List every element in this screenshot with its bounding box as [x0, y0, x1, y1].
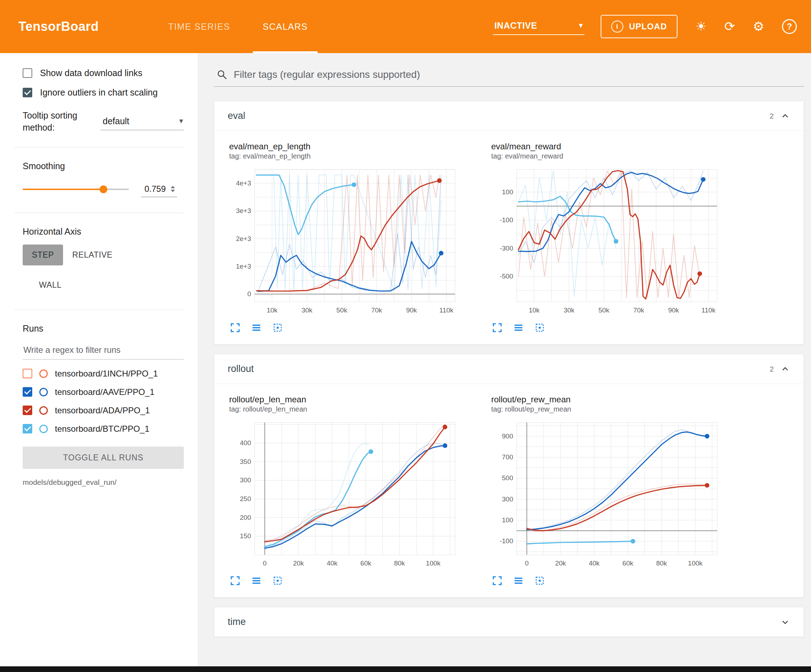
svg-text:110k: 110k	[439, 306, 454, 314]
toggle-all-runs-button[interactable]: TOGGLE ALL RUNS	[23, 447, 184, 469]
chart-svg[interactable]: 020k40k60k80k100k-100100300500700900	[489, 418, 722, 571]
run-color-circle-icon	[39, 369, 48, 378]
smoothing-value: 0.759	[144, 184, 166, 194]
section-rollout-header[interactable]: rollout 2	[214, 354, 804, 384]
brightness-icon[interactable]: ☀	[695, 20, 706, 33]
settings-gear-icon[interactable]: ⚙	[753, 20, 764, 33]
status-dropdown[interactable]: INACTIVE ▾	[493, 19, 584, 35]
axis-step-button[interactable]: STEP	[23, 245, 63, 266]
runs-filter-input[interactable]	[23, 342, 184, 359]
chart-svg[interactable]: 10k30k50k70k90k110k01e+32e+33e+34e+3	[226, 165, 460, 318]
tag-filter-input[interactable]	[233, 69, 803, 81]
chart-svg[interactable]: 020k40k60k80k100k150200250300350400	[226, 418, 460, 571]
data-table-icon[interactable]	[513, 576, 524, 586]
divider	[14, 310, 184, 310]
fit-domain-icon[interactable]	[534, 322, 545, 333]
help-icon[interactable]: ?	[782, 19, 797, 34]
stepper-arrows-icon[interactable]	[171, 186, 175, 192]
svg-text:200: 200	[240, 514, 251, 521]
section-time-header[interactable]: time	[214, 607, 804, 636]
run-row-btc[interactable]: tensorboard/BTC/PPO_1	[23, 424, 184, 434]
line-chart[interactable]: 020k40k60k80k100k-100100300500700900	[489, 418, 722, 571]
chart-card-ep-rew-mean: rollout/ep_rew_mean tag: rollout/ep_rew_…	[486, 392, 734, 586]
run-row-ada[interactable]: tensorboard/ADA/PPO_1	[23, 406, 184, 415]
checkbox-icon[interactable]	[23, 68, 32, 78]
smoothing-slider[interactable]	[23, 185, 129, 194]
expand-chart-icon[interactable]	[492, 576, 502, 586]
data-table-icon[interactable]	[251, 322, 262, 333]
data-table-icon[interactable]	[513, 322, 524, 333]
svg-text:30k: 30k	[301, 306, 312, 314]
runs-label: Runs	[23, 323, 184, 334]
data-table-icon[interactable]	[251, 576, 262, 586]
section-title: time	[228, 616, 246, 627]
section-eval: eval 2 eval/mean_ep_length tag: eval/mea…	[214, 101, 804, 345]
show-download-links-row[interactable]: Show data download links	[23, 68, 184, 78]
svg-text:50k: 50k	[599, 306, 609, 314]
header-actions: INACTIVE ▾ i UPLOAD ☀ ⟳ ⚙ ?	[493, 15, 797, 38]
svg-text:100k: 100k	[688, 559, 703, 567]
line-chart[interactable]: 020k40k60k80k100k150200250300350400	[226, 418, 460, 571]
run-row-1inch[interactable]: tensorboard/1INCH/PPO_1	[23, 369, 184, 379]
smoothing-value-input[interactable]: 0.759	[141, 182, 177, 197]
smoothing-label: Smoothing	[23, 161, 184, 171]
chart-svg[interactable]: 10k30k50k70k90k110k-500-300-100100	[489, 165, 722, 318]
svg-text:110k: 110k	[702, 306, 716, 314]
refresh-icon[interactable]: ⟳	[724, 20, 735, 33]
expand-chart-icon[interactable]	[492, 322, 502, 333]
svg-text:1e+3: 1e+3	[236, 262, 251, 270]
chart-toolbar	[230, 322, 472, 333]
slider-track[interactable]	[23, 189, 129, 190]
svg-text:350: 350	[240, 458, 251, 465]
section-eval-header[interactable]: eval 2	[214, 101, 804, 131]
checkbox-icon[interactable]	[23, 88, 32, 97]
chart-title: eval/mean_reward	[491, 142, 734, 151]
slider-thumb[interactable]	[100, 185, 107, 193]
run-list: tensorboard/1INCH/PPO_1 tensorboard/AAVE…	[23, 369, 184, 434]
fit-domain-icon[interactable]	[534, 576, 545, 586]
fit-domain-icon[interactable]	[272, 576, 283, 586]
tooltip-sorting-dropdown[interactable]: default ▾	[100, 113, 184, 130]
dropdown-value: default	[103, 116, 129, 126]
axis-relative-button[interactable]: RELATIVE	[63, 245, 122, 266]
chart-toolbar	[492, 576, 734, 586]
svg-text:60k: 60k	[623, 559, 634, 567]
tooltip-sorting-label: Tooltip sorting method:	[23, 110, 93, 134]
run-checkbox[interactable]	[23, 406, 32, 415]
line-chart[interactable]: 10k30k50k70k90k110k-500-300-100100	[489, 165, 722, 318]
section-title: eval	[228, 110, 246, 121]
section-count: 2	[770, 112, 774, 120]
svg-text:-100: -100	[500, 537, 513, 545]
ignore-outliers-row[interactable]: Ignore outliers in chart scaling	[23, 87, 184, 98]
chevron-up-icon[interactable]	[780, 111, 790, 121]
slider-fill	[23, 189, 103, 190]
chart-toolbar	[230, 576, 472, 586]
app-header: TensorBoard TIME SERIES SCALARS INACTIVE…	[0, 0, 811, 53]
svg-text:3e+3: 3e+3	[236, 207, 251, 215]
svg-text:900: 900	[502, 432, 513, 440]
run-checkbox[interactable]	[23, 387, 32, 397]
run-checkbox[interactable]	[23, 369, 32, 378]
run-label: tensorboard/ADA/PPO_1	[55, 406, 150, 415]
line-chart[interactable]: 10k30k50k70k90k110k01e+32e+33e+34e+3	[226, 165, 460, 318]
expand-chart-icon[interactable]	[230, 322, 241, 333]
expand-chart-icon[interactable]	[230, 576, 241, 586]
chevron-up-icon[interactable]	[780, 364, 790, 374]
upload-button[interactable]: i UPLOAD	[601, 15, 677, 38]
bottom-edge	[0, 666, 811, 672]
chevron-down-icon[interactable]	[780, 617, 790, 627]
chart-tag: tag: eval/mean_ep_length	[229, 152, 472, 160]
svg-text:700: 700	[502, 453, 513, 461]
fit-domain-icon[interactable]	[272, 322, 283, 333]
run-row-aave[interactable]: tensorboard/AAVE/PPO_1	[23, 387, 184, 397]
chart-tag: tag: rollout/ep_len_mean	[229, 405, 472, 413]
run-checkbox[interactable]	[23, 424, 32, 433]
status-label: INACTIVE	[494, 20, 537, 31]
tab-time-series[interactable]: TIME SERIES	[152, 0, 246, 53]
svg-text:20k: 20k	[293, 559, 304, 567]
tab-scalars[interactable]: SCALARS	[246, 0, 324, 53]
run-color-circle-icon	[39, 406, 48, 415]
chart-card-ep-len-mean: rollout/ep_len_mean tag: rollout/ep_len_…	[224, 392, 472, 586]
axis-wall-button[interactable]: WALL	[30, 274, 71, 296]
upload-label: UPLOAD	[629, 22, 667, 32]
